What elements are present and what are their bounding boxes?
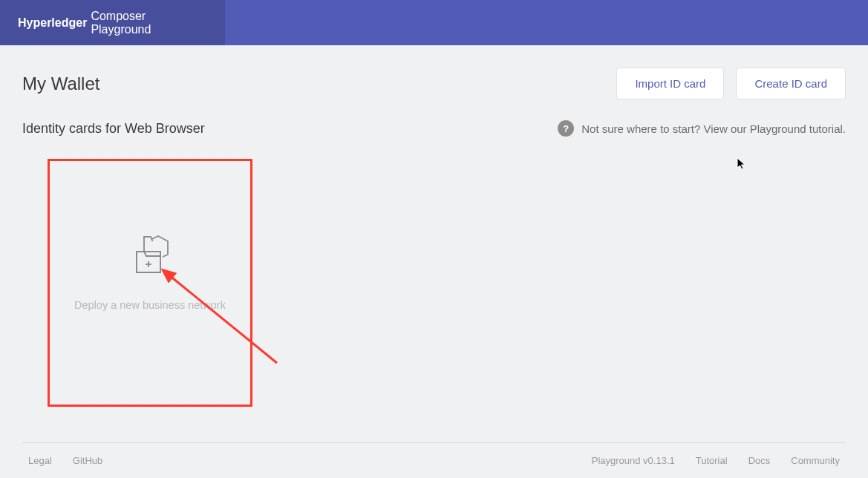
footer-right: Playground v0.13.1 Tutorial Docs Communi…: [592, 455, 840, 466]
footer-github-link[interactable]: GitHub: [73, 455, 102, 466]
footer-version: Playground v0.13.1: [592, 455, 675, 466]
subtitle-row: Identity cards for Web Browser ? Not sur…: [22, 120, 846, 137]
deploy-network-icon: [128, 235, 172, 278]
footer-docs-link[interactable]: Docs: [748, 455, 771, 466]
deploy-network-label: Deploy a new business network: [74, 299, 226, 311]
deploy-network-card[interactable]: Deploy a new business network: [48, 159, 252, 407]
footer-community-link[interactable]: Community: [791, 455, 840, 466]
brand-bold: Hyperledger: [18, 16, 87, 30]
header-brand[interactable]: Hyperledger Composer Playground: [0, 0, 225, 45]
footer: Legal GitHub Playground v0.13.1 Tutorial…: [22, 442, 846, 478]
import-id-card-button[interactable]: Import ID card: [616, 68, 724, 99]
help-icon: ?: [558, 120, 574, 137]
page-title: My Wallet: [22, 73, 99, 94]
cards-area: Deploy a new business network: [22, 159, 846, 407]
footer-tutorial-link[interactable]: Tutorial: [696, 455, 728, 466]
header: Hyperledger Composer Playground: [0, 0, 868, 45]
main-content: My Wallet Import ID card Create ID card …: [0, 45, 868, 407]
buttons-row: Import ID card Create ID card: [616, 68, 846, 99]
footer-legal-link[interactable]: Legal: [28, 455, 52, 466]
create-id-card-button[interactable]: Create ID card: [736, 68, 846, 99]
brand-rest: Composer Playground: [91, 10, 207, 36]
footer-left: Legal GitHub: [28, 455, 102, 466]
subtitle: Identity cards for Web Browser: [22, 121, 205, 137]
help-row[interactable]: ? Not sure where to start? View our Play…: [558, 120, 846, 137]
title-row: My Wallet Import ID card Create ID card: [22, 68, 846, 99]
help-text: Not sure where to start? View our Playgr…: [581, 122, 846, 135]
